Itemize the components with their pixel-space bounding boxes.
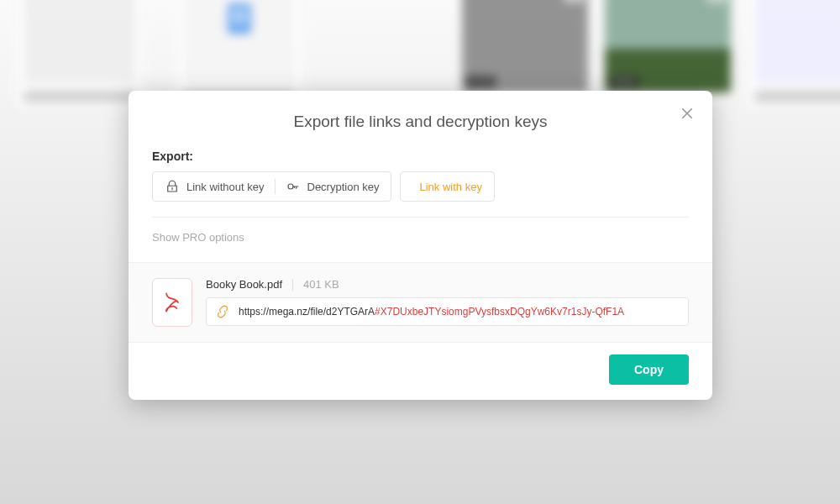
thumb-video: 04:00 [462, 0, 588, 92]
export-option-group: Link without key Decryption key [152, 171, 391, 202]
button-label: Link with key [419, 181, 481, 193]
thumb-video: 00:06 [605, 0, 731, 92]
file-name-row: Booky Book.pdf 401 KB [206, 278, 689, 291]
modal-title: Export file links and decryption keys [152, 113, 689, 131]
link-without-key-button[interactable]: Link without key [165, 179, 265, 194]
key-icon [286, 179, 301, 194]
link-text: https://mega.nz/file/d2YTGArA#X7DUxbeJTY… [239, 306, 680, 318]
close-icon [680, 106, 695, 121]
button-label: Decryption key [307, 181, 380, 193]
lock-icon [165, 179, 180, 194]
link-base: https://mega.nz/file/d2YTGArA [239, 306, 375, 318]
link-key: #X7DUxbeJTYsiomgPVysfbsxDQgYw6Kv7r1sJy-Q… [375, 306, 624, 318]
file-meta: Booky Book.pdf 401 KB https://mega.nz/fi… [206, 278, 689, 326]
decryption-key-button[interactable]: Decryption key [286, 179, 380, 194]
divider [292, 279, 293, 291]
modal-body: Export: Link without key Decryption key [129, 143, 712, 262]
thumb [17, 0, 143, 109]
modal-header: Export file links and decryption keys [129, 91, 712, 143]
close-button[interactable] [677, 106, 697, 126]
file-size: 401 KB [303, 278, 339, 291]
button-label: Link without key [186, 181, 265, 193]
show-pro-options-link[interactable]: Show PRO options [152, 231, 244, 244]
modal-footer: Copy [129, 343, 712, 400]
file-row: Booky Book.pdf 401 KB https://mega.nz/fi… [129, 262, 712, 343]
pdf-file-icon [152, 278, 192, 327]
file-name: Booky Book.pdf [206, 278, 282, 291]
thumb [748, 0, 840, 109]
copy-button[interactable]: Copy [609, 354, 689, 385]
link-key-icon [215, 304, 230, 319]
link-field[interactable]: https://mega.nz/file/d2YTGArA#X7DUxbeJTY… [206, 297, 689, 326]
link-with-key-button[interactable]: Link with key [400, 171, 494, 202]
export-links-modal: Export file links and decryption keys Ex… [129, 91, 712, 400]
divider [275, 179, 276, 194]
export-label: Export: [152, 150, 689, 163]
svg-point-0 [288, 184, 293, 189]
separator [152, 217, 689, 218]
export-options-row: Link without key Decryption key Link wit… [152, 171, 689, 202]
